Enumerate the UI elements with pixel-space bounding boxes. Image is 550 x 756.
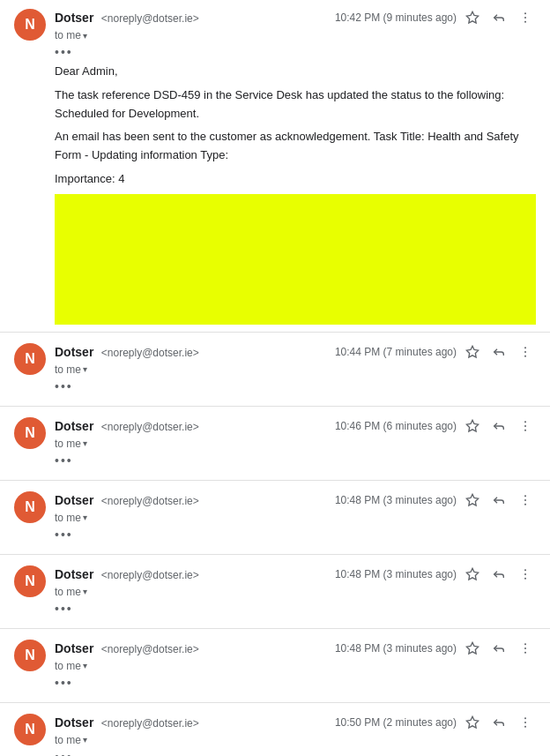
sender-line-1: Dotser <noreply@dotser.ie> 10:42 PM (9 m… xyxy=(55,7,536,28)
to-me-label-4: to me xyxy=(55,512,81,524)
sender-line-6: Dotser <noreply@dotser.ie> 10:48 PM (3 m… xyxy=(55,638,536,659)
reply-icon-button-6[interactable] xyxy=(488,638,509,659)
to-me-line-2[interactable]: to me ▾ xyxy=(55,363,536,376)
svg-point-15 xyxy=(524,503,526,505)
email-meta-right-5: 10:48 PM (3 minutes ago) xyxy=(335,564,536,585)
reply-icon-button-7[interactable] xyxy=(488,712,509,733)
email-meta-right-3: 10:46 PM (6 minutes ago) xyxy=(335,415,536,437)
chevron-down-icon-4: ▾ xyxy=(83,513,87,522)
svg-point-5 xyxy=(524,347,526,348)
star-button-4[interactable] xyxy=(462,490,483,511)
timestamp-2: 10:44 PM (7 minutes ago) xyxy=(335,346,457,358)
star-button-5[interactable] xyxy=(462,564,483,585)
to-me-label-1: to me xyxy=(55,29,81,41)
sender-email-7: <noreply@dotser.ie> xyxy=(101,717,199,730)
svg-marker-24 xyxy=(466,716,478,728)
svg-marker-0 xyxy=(466,11,478,23)
expand-dots-5[interactable]: ••• xyxy=(55,602,536,616)
svg-point-22 xyxy=(524,647,526,649)
email-header-content-1: Dotser <noreply@dotser.ie> 10:42 PM (9 m… xyxy=(55,7,536,41)
star-button-1[interactable] xyxy=(462,7,483,28)
to-me-line-4[interactable]: to me ▾ xyxy=(55,512,536,524)
svg-marker-20 xyxy=(466,642,478,654)
avatar-6: N xyxy=(14,640,46,671)
expand-dots-1[interactable]: ••• xyxy=(55,45,536,59)
to-me-line-7[interactable]: to me ▾ xyxy=(55,734,536,746)
timestamp-3: 10:46 PM (6 minutes ago) xyxy=(335,420,457,432)
timestamp-6: 10:48 PM (3 minutes ago) xyxy=(335,642,457,655)
expand-dots-7[interactable]: ••• xyxy=(55,750,536,756)
to-me-label-3: to me xyxy=(55,438,81,450)
more-button-1[interactable] xyxy=(515,7,536,28)
more-button-6[interactable] xyxy=(515,638,536,659)
svg-point-13 xyxy=(524,495,526,497)
expand-dots-6[interactable]: ••• xyxy=(55,676,536,690)
sender-info-5: Dotser <noreply@dotser.ie> xyxy=(55,566,199,582)
star-button-6[interactable] xyxy=(462,638,483,659)
svg-point-17 xyxy=(524,569,526,571)
to-me-line-1[interactable]: to me ▾ xyxy=(55,29,536,41)
sender-info-4: Dotser <noreply@dotser.ie> xyxy=(55,492,199,508)
email-meta-right-2: 10:44 PM (7 minutes ago) xyxy=(335,341,536,363)
svg-point-18 xyxy=(524,573,526,575)
body-line-1-1: The task reference DSD-459 in the Servic… xyxy=(55,86,536,124)
email-collapsed-4[interactable]: N Dotser <noreply@dotser.ie> 10:48 PM (3… xyxy=(0,480,550,554)
chevron-down-icon-3: ▾ xyxy=(83,438,87,448)
email-expanded: N Dotser <noreply@dotser.ie> 10:42 PM (9… xyxy=(0,0,550,325)
more-button-3[interactable] xyxy=(515,415,536,437)
to-me-line-3[interactable]: to me ▾ xyxy=(55,438,536,450)
to-me-line-6[interactable]: to me ▾ xyxy=(55,660,536,672)
star-button-2[interactable] xyxy=(462,341,483,363)
reply-icon-button-1[interactable] xyxy=(488,7,509,28)
email-collapsed-content-3: Dotser <noreply@dotser.ie> 10:46 PM (6 m… xyxy=(55,415,536,471)
email-collapsed-5[interactable]: N Dotser <noreply@dotser.ie> 10:48 PM (3… xyxy=(0,554,550,628)
timestamp-1: 10:42 PM (9 minutes ago) xyxy=(335,11,457,24)
more-button-4[interactable] xyxy=(515,490,536,511)
sender-info-6: Dotser <noreply@dotser.ie> xyxy=(55,640,199,656)
email-collapsed-3[interactable]: N Dotser <noreply@dotser.ie> 10:46 PM (6… xyxy=(0,406,550,480)
reply-icon-button-3[interactable] xyxy=(488,415,509,437)
expand-dots-3[interactable]: ••• xyxy=(55,453,536,468)
reply-icon-button-5[interactable] xyxy=(488,564,509,585)
svg-marker-8 xyxy=(466,420,478,431)
sender-line-7: Dotser <noreply@dotser.ie> 10:50 PM (2 m… xyxy=(55,712,536,733)
chevron-down-icon-1: ▾ xyxy=(83,31,87,41)
reply-icon-button-4[interactable] xyxy=(488,490,509,511)
sender-email-5: <noreply@dotser.ie> xyxy=(101,569,199,581)
svg-point-9 xyxy=(524,421,526,423)
timestamp-4: 10:48 PM (3 minutes ago) xyxy=(335,494,457,506)
sender-line-3: Dotser <noreply@dotser.ie> 10:46 PM (6 m… xyxy=(55,415,536,437)
star-button-3[interactable] xyxy=(462,415,483,437)
email-collapsed-content-5: Dotser <noreply@dotser.ie> 10:48 PM (3 m… xyxy=(55,564,536,619)
to-me-line-5[interactable]: to me ▾ xyxy=(55,586,536,598)
sender-info-1: Dotser <noreply@dotser.ie> xyxy=(55,10,199,26)
svg-point-23 xyxy=(524,651,526,653)
sender-email-6: <noreply@dotser.ie> xyxy=(101,643,199,655)
more-button-2[interactable] xyxy=(515,341,536,363)
sender-email-4: <noreply@dotser.ie> xyxy=(101,495,199,507)
svg-point-1 xyxy=(524,12,526,14)
expand-dots-2[interactable]: ••• xyxy=(55,379,536,393)
sender-name-3: Dotser xyxy=(55,419,93,433)
email-collapsed-7[interactable]: N Dotser <noreply@dotser.ie> 10:50 PM (2… xyxy=(0,702,550,756)
svg-point-10 xyxy=(524,425,526,427)
sender-name-5: Dotser xyxy=(55,567,93,581)
sender-name-1: Dotser xyxy=(55,11,93,25)
sender-line-2: Dotser <noreply@dotser.ie> 10:44 PM (7 m… xyxy=(55,341,536,363)
to-me-label-6: to me xyxy=(55,660,81,672)
more-button-7[interactable] xyxy=(515,712,536,733)
reply-icon-button-2[interactable] xyxy=(488,341,509,363)
expand-dots-4[interactable]: ••• xyxy=(55,528,536,542)
svg-point-3 xyxy=(524,21,526,23)
star-button-7[interactable] xyxy=(462,712,483,733)
sender-name-7: Dotser xyxy=(55,715,93,730)
email-thread: N Dotser <noreply@dotser.ie> 10:42 PM (9… xyxy=(0,0,550,756)
email-meta-right-7: 10:50 PM (2 minutes ago) xyxy=(335,712,536,733)
email-collapsed-2[interactable]: N Dotser <noreply@dotser.ie> 10:44 PM (7… xyxy=(0,332,550,406)
chevron-down-icon-2: ▾ xyxy=(83,364,87,374)
svg-point-14 xyxy=(524,499,526,501)
more-button-5[interactable] xyxy=(515,564,536,585)
timestamp-7: 10:50 PM (2 minutes ago) xyxy=(335,716,457,729)
svg-marker-16 xyxy=(466,568,478,580)
email-collapsed-6[interactable]: N Dotser <noreply@dotser.ie> 10:48 PM (3… xyxy=(0,628,550,702)
